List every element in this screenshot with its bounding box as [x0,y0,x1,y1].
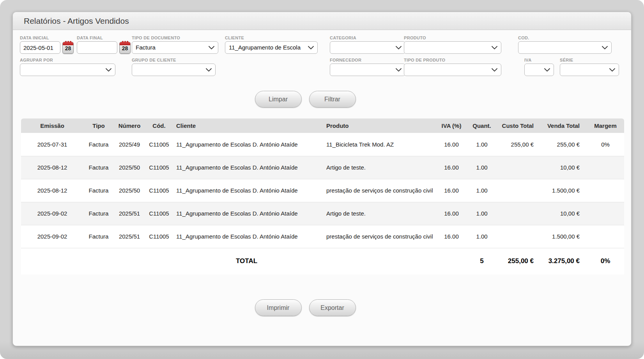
cell-emissao: 2025-09-02 [21,202,83,225]
fornecedor-select[interactable] [330,64,405,76]
cell-iva: 16.00 [436,156,467,179]
agrupar-por-label: AGRUPAR POR [20,58,115,62]
cliente-select[interactable]: 11_Agrupamento de Escola [225,41,318,54]
total-label: TOTAL [21,248,436,274]
total-venda: 3.275,00 € [541,248,587,274]
serie-label: SÉRIE [560,58,619,62]
grupo-cliente-label: GRUPO DE CLIENTE [132,58,216,62]
filter-serie: SÉRIE [560,58,619,76]
cell-quant: 1.00 [467,202,497,225]
cell-produto: 11_Bicicleta Trek Mod. AZ [323,133,436,156]
exportar-button[interactable]: Exportar [309,299,356,316]
col-header-emissao: Emissão [21,118,83,133]
cell-emissao: 2025-08-12 [21,179,83,202]
filtrar-button[interactable]: Filtrar [309,91,356,108]
cell-quant: 1.00 [467,156,497,179]
total-row: TOTAL 5 255,00 € 3.275,00 € 0% [21,248,624,274]
calendar-icon[interactable]: 28 [119,42,131,54]
cell-iva: 16.00 [436,202,467,225]
cell-venda: 10,00 € [541,202,587,225]
grupo-cliente-select[interactable] [132,64,216,76]
cell-numero: 2025/50 [114,156,145,179]
cell-tipo: Factura [83,179,114,202]
limpar-button[interactable]: Limpar [255,91,302,108]
cell-numero: 2025/51 [114,225,145,248]
filter-actions: Limpar Filtrar [13,91,631,108]
cell-cliente: 11_Agrupamento de Escolas D. António Ata… [173,225,323,248]
cell-cliente: 11_Agrupamento de Escolas D. António Ata… [173,156,323,179]
data-final-label: DATA FINAL [77,35,131,40]
filter-produto: PRODUTO [404,35,501,54]
report-table: Emissão Tipo Número Cód. Cliente Produto… [21,118,624,274]
filter-categoria: CATEGORIA [330,35,405,54]
tipo-produto-select[interactable] [404,64,501,76]
cell-cod: C11005 [145,202,173,225]
filter-cod: COD. [518,35,612,54]
calendar-top [120,42,130,45]
filter-tipo-produto: TIPO DE PRODUTO [404,58,501,76]
filter-agrupar-por: AGRUPAR POR [20,58,115,76]
iva-label: IVA [524,58,554,62]
cell-venda: 10,00 € [541,156,587,179]
chevron-down-icon [396,46,402,50]
tipo-produto-label: TIPO DE PRODUTO [404,58,501,62]
cell-venda: 1.500,00 € [541,179,587,202]
cell-iva: 16.00 [436,225,467,248]
select-value: 11_Agrupamento de Escola [225,42,317,53]
cell-emissao: 2025-09-02 [21,225,83,248]
col-header-quant: Quant. [467,118,497,133]
produto-select[interactable] [404,41,501,54]
cell-cod: C11005 [145,156,173,179]
chevron-down-icon [544,68,550,72]
cell-iva: 16.00 [436,133,467,156]
col-header-cod: Cód. [145,118,173,133]
filter-grupo-cliente: GRUPO DE CLIENTE [132,58,216,76]
imprimir-button[interactable]: Imprimir [255,299,302,316]
tipo-documento-select[interactable]: Factura [132,41,218,54]
iva-select[interactable] [524,64,554,76]
table-body: 2025-07-31 Factura 2025/49 C11005 11_Agr… [21,133,624,274]
cell-custo [497,156,541,179]
table-row: 2025-07-31 Factura 2025/49 C11005 11_Agr… [21,133,624,156]
cell-tipo: Factura [83,156,114,179]
calendar-icon[interactable]: 28 [62,42,74,54]
chevron-down-icon [492,68,497,72]
produto-label: PRODUTO [404,35,501,40]
chevron-down-icon [106,68,111,72]
cell-tipo: Factura [83,133,114,156]
col-header-numero: Número [114,118,145,133]
cell-numero: 2025/50 [114,179,145,202]
total-quant: 5 [467,248,497,274]
tipo-documento-label: TIPO DE DOCUMENTO [132,35,218,40]
col-header-venda-total: Venda Total [541,118,587,133]
serie-select[interactable] [560,64,619,76]
cod-select[interactable] [518,41,612,54]
col-header-cliente: Cliente [173,118,323,133]
cell-emissao: 2025-08-12 [21,156,83,179]
cell-produto: Artigo de teste. [323,156,436,179]
cell-custo [497,202,541,225]
calendar-day: 28 [63,45,73,51]
categoria-select[interactable] [330,41,405,54]
cell-numero: 2025/51 [114,202,145,225]
cell-produto: prestação de serviços de construção civi… [323,179,436,202]
table-row: 2025-08-12 Factura 2025/50 C11005 11_Agr… [21,156,624,179]
data-inicial-label: DATA INICIAL [20,35,74,40]
calendar-day: 28 [120,45,130,51]
total-margem: 0% [587,248,624,274]
page-title: Relatórios - Artigos Vendidos [13,12,631,30]
cell-venda: 1.500,00 € [541,225,587,248]
cell-tipo: Factura [83,225,114,248]
cod-label: COD. [518,35,612,40]
data-inicial-input[interactable] [20,41,60,54]
data-final-input[interactable] [77,41,117,54]
cell-margem: 0% [587,133,624,156]
select-value: Factura [132,42,218,53]
cell-custo [497,179,541,202]
table-row: 2025-09-02 Factura 2025/51 C11005 11_Agr… [21,225,624,248]
calendar-rings-icon [122,41,124,42]
categoria-label: CATEGORIA [330,35,405,40]
agrupar-por-select[interactable] [20,64,115,76]
cell-venda: 255,00 € [541,133,587,156]
cliente-label: CLIENTE [225,35,318,40]
